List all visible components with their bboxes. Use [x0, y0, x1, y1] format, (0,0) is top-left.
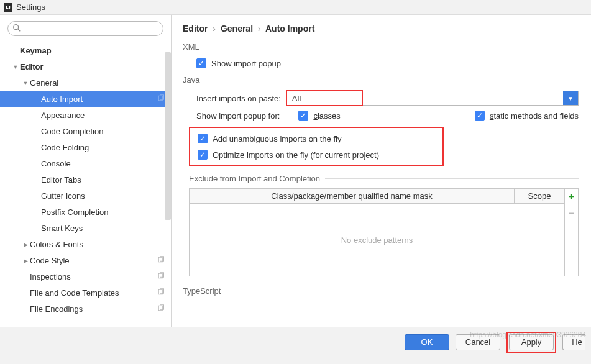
optimize-imports-row[interactable]: Optimize imports on the fly (for current… — [198, 148, 442, 162]
divider — [226, 291, 579, 291]
insert-imports-select-ext[interactable]: ▼ — [363, 91, 579, 106]
tree-item-label: Colors & Fonts — [30, 240, 166, 249]
java-group-title: Java — [183, 75, 199, 84]
tree-item-auto-import[interactable]: Auto Import — [0, 91, 171, 107]
divider — [325, 178, 579, 179]
tree-item-code-folding[interactable]: Code Folding — [0, 139, 171, 155]
insert-imports-row: IInsert imports on paste:nsert imports o… — [196, 89, 579, 107]
tree-item-file-encodings[interactable]: File Encodings — [0, 301, 171, 317]
insert-imports-value: All — [287, 94, 362, 103]
apply-highlight: Apply — [506, 332, 556, 353]
optimize-imports-checkbox[interactable] — [198, 150, 208, 160]
tree-item-gutter-icons[interactable]: Gutter Icons — [0, 188, 171, 204]
divider — [204, 47, 579, 47]
project-scope-icon — [157, 272, 166, 281]
tree-arrow-icon[interactable] — [11, 63, 20, 70]
tree-item-console[interactable]: Console — [0, 155, 171, 171]
classes-option[interactable]: classes — [298, 111, 340, 121]
exclude-side-buttons: + − — [565, 188, 579, 276]
tree-item-label: Keymap — [20, 46, 166, 55]
tree-arrow-icon[interactable] — [21, 257, 30, 264]
tree-item-file-and-code-templates[interactable]: File and Code Templates — [0, 284, 171, 301]
apply-button-label: Apply — [521, 337, 542, 347]
cancel-button[interactable]: Cancel — [456, 334, 500, 350]
tree-item-label: Inspections — [30, 272, 157, 281]
breadcrumb-editor[interactable]: Editor — [183, 24, 208, 34]
static-checkbox[interactable] — [475, 111, 485, 121]
static-option[interactable]: static methods and fields — [475, 111, 579, 121]
static-label: static methods and fields — [490, 111, 579, 121]
insert-imports-highlight: All — [286, 90, 363, 106]
insert-imports-select[interactable]: All — [287, 91, 362, 105]
xml-show-popup-checkbox[interactable] — [196, 58, 206, 68]
remove-icon[interactable]: − — [565, 205, 578, 221]
breadcrumb: Editor › General › Auto Import — [183, 24, 579, 34]
main-panel: Editor › General › Auto Import XML Show … — [172, 15, 591, 327]
xml-show-popup-row[interactable]: Show import popup — [196, 57, 579, 70]
tree-item-label: Code Completion — [41, 127, 166, 136]
tree-item-inspections[interactable]: Inspections — [0, 268, 171, 284]
help-button[interactable]: He — [562, 334, 585, 350]
window-title: Settings — [16, 2, 45, 12]
tree-item-label: Editor Tabs — [41, 175, 166, 184]
xml-group-header: XML — [183, 42, 579, 52]
dialog-footer: OK Cancel Apply He — [0, 327, 591, 357]
exclude-table-body[interactable]: Class/package/member qualified name mask… — [189, 188, 565, 276]
search-input[interactable] — [7, 21, 163, 36]
tree-item-colors-fonts[interactable]: Colors & Fonts — [0, 236, 171, 252]
project-scope-icon — [157, 256, 166, 265]
exclude-header: Exclude from Import and Completion — [189, 174, 579, 183]
tree-item-keymap[interactable]: Keymap — [0, 42, 171, 58]
tree-item-label: General — [30, 78, 166, 88]
classes-label: classes — [313, 111, 340, 121]
ok-button[interactable]: OK — [405, 334, 449, 350]
show-popup-for-row: Show import popup for: classes static me… — [196, 111, 579, 121]
tree-arrow-icon[interactable] — [21, 241, 30, 248]
tree-item-label: Code Folding — [41, 143, 166, 152]
breadcrumb-general[interactable]: General — [221, 24, 253, 34]
chevron-right-icon: › — [213, 24, 216, 34]
add-icon[interactable]: + — [565, 189, 578, 205]
tree-item-label: File and Code Templates — [30, 288, 157, 298]
add-unambiguous-row[interactable]: Add unambiguous imports on the fly — [198, 132, 442, 145]
show-popup-for-label: Show import popup for: — [196, 111, 280, 121]
exclude-col-scope[interactable]: Scope — [515, 189, 564, 203]
java-group-header: Java — [183, 75, 579, 84]
exclude-col-mask[interactable]: Class/package/member qualified name mask — [190, 189, 515, 203]
optimize-imports-label: Optimize imports on the fly (for current… — [213, 150, 379, 160]
help-button-label: He — [572, 337, 582, 347]
breadcrumb-auto-import: Auto Import — [265, 24, 314, 34]
tree-item-editor-tabs[interactable]: Editor Tabs — [0, 171, 171, 188]
settings-tree[interactable]: KeymapEditorGeneralAuto ImportAppearance… — [0, 42, 171, 327]
typescript-group-header: TypeScript — [183, 286, 579, 296]
xml-show-popup-label: Show import popup — [211, 59, 281, 68]
tree-item-smart-keys[interactable]: Smart Keys — [0, 220, 171, 236]
tree-item-label: File Encodings — [30, 304, 157, 314]
app-icon: IJ — [4, 3, 12, 12]
chevron-down-icon[interactable]: ▼ — [563, 91, 578, 105]
tree-item-editor[interactable]: Editor — [0, 58, 171, 75]
tree-item-label: Editor — [20, 62, 166, 71]
tree-item-label: Gutter Icons — [41, 191, 166, 201]
add-unambiguous-label: Add unambiguous imports on the fly — [213, 134, 341, 143]
divider — [204, 80, 579, 80]
add-unambiguous-checkbox[interactable] — [198, 134, 208, 143]
tree-item-label: Smart Keys — [41, 224, 166, 233]
cancel-button-label: Cancel — [465, 337, 490, 347]
tree-item-code-completion[interactable]: Code Completion — [0, 123, 171, 139]
body: KeymapEditorGeneralAuto ImportAppearance… — [0, 15, 591, 327]
project-scope-icon — [157, 288, 166, 297]
tree-item-general[interactable]: General — [0, 75, 171, 91]
project-scope-icon — [157, 304, 166, 313]
tree-item-label: Postfix Completion — [41, 207, 166, 217]
sidebar-scrollbar[interactable] — [165, 52, 171, 220]
titlebar: IJ Settings — [0, 0, 591, 15]
tree-item-label: Console — [41, 159, 166, 168]
sidebar: KeymapEditorGeneralAuto ImportAppearance… — [0, 15, 172, 327]
classes-checkbox[interactable] — [298, 111, 308, 121]
tree-item-postfix-completion[interactable]: Postfix Completion — [0, 204, 171, 220]
tree-arrow-icon[interactable] — [21, 80, 30, 86]
tree-item-appearance[interactable]: Appearance — [0, 107, 171, 123]
tree-item-code-style[interactable]: Code Style — [0, 252, 171, 268]
apply-button[interactable]: Apply — [509, 334, 554, 350]
